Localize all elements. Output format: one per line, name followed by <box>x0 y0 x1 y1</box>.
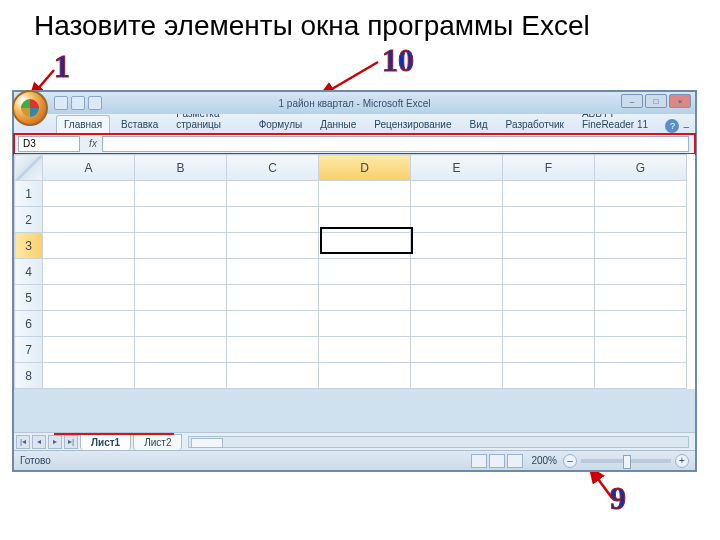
ribbon-minimize[interactable]: – <box>683 121 689 132</box>
formula-bar: D3 fx <box>14 134 695 154</box>
col-header-D[interactable]: D <box>319 155 411 181</box>
status-bar: Готово 200% – + <box>14 450 695 470</box>
grid-area: A B C D E F G 1 2 3 4 5 6 7 8 <box>14 154 695 389</box>
tab-nav-last[interactable]: ▸| <box>64 435 78 449</box>
ribbon-tab-insert[interactable]: Вставка <box>114 116 165 133</box>
zoom-slider[interactable] <box>581 459 671 463</box>
fx-icon[interactable]: fx <box>84 138 102 149</box>
tab-nav-prev[interactable]: ◂ <box>32 435 46 449</box>
ribbon-tab-developer[interactable]: Разработчик <box>499 116 571 133</box>
row-header-5[interactable]: 5 <box>15 285 43 311</box>
row-header-4[interactable]: 4 <box>15 259 43 285</box>
sheet-tab-2[interactable]: Лист2 <box>133 434 182 450</box>
ribbon-tab-view[interactable]: Вид <box>463 116 495 133</box>
col-header-A[interactable]: A <box>43 155 135 181</box>
annotation-9: 9 <box>610 480 626 517</box>
status-ready: Готово <box>20 455 51 466</box>
row-header-2[interactable]: 2 <box>15 207 43 233</box>
cells-grid[interactable]: A B C D E F G 1 2 3 4 5 6 7 8 <box>14 154 687 389</box>
svg-line-9 <box>590 468 612 498</box>
window-title: 1 район квартал - Microsoft Excel <box>14 98 695 109</box>
window-controls: – □ × <box>621 94 691 108</box>
minimize-button[interactable]: – <box>621 94 643 108</box>
formula-input[interactable] <box>102 136 689 152</box>
row-header-1[interactable]: 1 <box>15 181 43 207</box>
help-icon[interactable]: ? <box>665 119 679 133</box>
ribbon-tab-data[interactable]: Данные <box>313 116 363 133</box>
ribbon-tab-formulas[interactable]: Формулы <box>252 116 310 133</box>
view-pagebreak[interactable] <box>507 454 523 468</box>
col-header-C[interactable]: C <box>227 155 319 181</box>
tab-nav-first[interactable]: |◂ <box>16 435 30 449</box>
zoom-percent[interactable]: 200% <box>531 455 557 466</box>
annotation-10: 10 <box>382 42 414 79</box>
zoom-in[interactable]: + <box>675 454 689 468</box>
titlebar: 1 район квартал - Microsoft Excel – □ × <box>14 92 695 114</box>
row-header-8[interactable]: 8 <box>15 363 43 389</box>
view-normal[interactable] <box>471 454 487 468</box>
row-header-3[interactable]: 3 <box>15 233 43 259</box>
row-header-6[interactable]: 6 <box>15 311 43 337</box>
ribbon-tabs: Главная Вставка Разметка страницы Формул… <box>14 114 695 134</box>
col-header-B[interactable]: B <box>135 155 227 181</box>
col-header-E[interactable]: E <box>411 155 503 181</box>
select-all-corner[interactable] <box>15 155 43 181</box>
name-box[interactable]: D3 <box>18 136 80 152</box>
sheet-highlight <box>54 433 174 435</box>
excel-window: 1 район квартал - Microsoft Excel – □ × … <box>12 90 697 472</box>
tab-nav-next[interactable]: ▸ <box>48 435 62 449</box>
close-button[interactable]: × <box>669 94 691 108</box>
slide-title: Назовите элементы окна программы Excel <box>34 10 590 42</box>
col-header-G[interactable]: G <box>595 155 687 181</box>
maximize-button[interactable]: □ <box>645 94 667 108</box>
ribbon-tab-review[interactable]: Рецензирование <box>367 116 458 133</box>
zoom-out[interactable]: – <box>563 454 577 468</box>
sheet-tab-bar: |◂ ◂ ▸ ▸| Лист1 Лист2 <box>14 432 695 450</box>
view-pagelayout[interactable] <box>489 454 505 468</box>
office-button[interactable] <box>12 90 48 126</box>
row-header-7[interactable]: 7 <box>15 337 43 363</box>
col-header-F[interactable]: F <box>503 155 595 181</box>
annotation-1: 1 <box>54 48 70 85</box>
sheet-tab-1[interactable]: Лист1 <box>80 434 131 450</box>
horizontal-scrollbar[interactable] <box>188 436 689 448</box>
ribbon-tab-home[interactable]: Главная <box>56 115 110 133</box>
